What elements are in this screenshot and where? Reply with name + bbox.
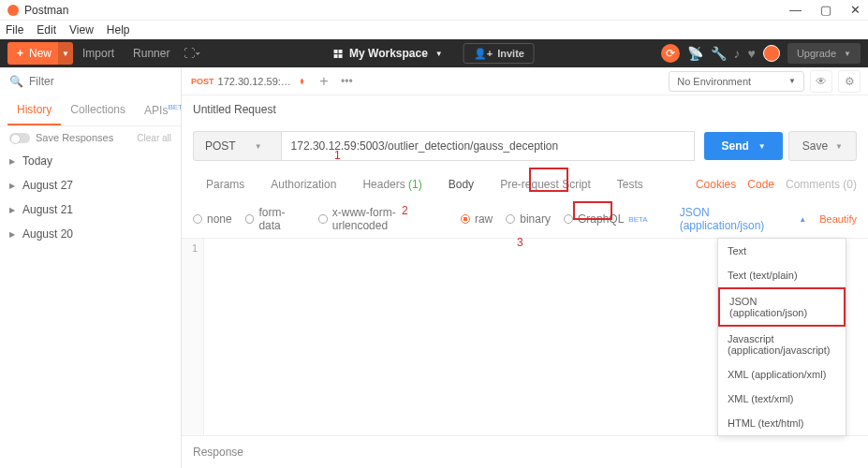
- raw-type-option-javascript[interactable]: Javascript (application/javascript): [718, 327, 846, 362]
- chevron-down-icon: ▼: [844, 50, 851, 58]
- new-dropdown[interactable]: ▼: [58, 42, 73, 65]
- raw-type-option-html[interactable]: HTML (text/html): [718, 411, 846, 435]
- window-minimize-icon[interactable]: —: [789, 3, 802, 17]
- radio-icon: [564, 214, 573, 224]
- menu-file[interactable]: File: [6, 23, 23, 37]
- history-item-aug21[interactable]: ▶August 21: [0, 197, 181, 222]
- comments-link[interactable]: Comments (0): [786, 178, 857, 191]
- runner-button[interactable]: Runner: [124, 42, 179, 65]
- toolbar-more-icon[interactable]: ⛶▾: [179, 42, 205, 65]
- raw-type-dropdown[interactable]: JSON (application/json)▲: [680, 206, 807, 232]
- environment-selector[interactable]: No Environment▼: [669, 71, 804, 92]
- sidebar-tab-collections[interactable]: Collections: [61, 95, 135, 125]
- sync-icon[interactable]: ⟳: [661, 44, 680, 63]
- workspace-grid-icon: [333, 50, 342, 58]
- chevron-down-icon: ▼: [835, 142, 843, 151]
- clear-all-link[interactable]: Clear all: [137, 133, 171, 143]
- window-maximize-icon[interactable]: ▢: [820, 3, 831, 17]
- chevron-down-icon: ▼: [788, 77, 796, 85]
- tab-more-icon[interactable]: •••: [335, 75, 359, 88]
- chevron-right-icon: ▶: [9, 157, 15, 166]
- wrench-icon[interactable]: 🔧: [711, 46, 727, 61]
- history-item-aug27[interactable]: ▶August 27: [0, 173, 181, 197]
- history-item-today[interactable]: ▶Today: [0, 149, 181, 173]
- raw-type-option-xmltext[interactable]: XML (text/xml): [718, 387, 846, 411]
- response-section-label: Response: [182, 435, 868, 468]
- chevron-right-icon: ▶: [9, 182, 15, 190]
- tab-label: 172.30.12.59:5003/outlier_det...: [218, 76, 296, 87]
- radio-icon: [318, 214, 328, 224]
- code-link[interactable]: Code: [747, 178, 774, 191]
- annotation-3: 3: [517, 236, 523, 249]
- body-type-urlencoded[interactable]: x-www-form-urlencoded: [318, 206, 448, 232]
- chevron-right-icon: ▶: [9, 206, 15, 214]
- chevron-down-icon: ▼: [435, 50, 443, 58]
- send-button[interactable]: Send▼: [704, 132, 782, 160]
- request-tab[interactable]: POST 172.30.12.59:5003/outlier_det...: [182, 67, 313, 95]
- body-type-formdata[interactable]: form-data: [245, 206, 305, 232]
- bell-icon[interactable]: ♪: [734, 46, 741, 61]
- save-button[interactable]: Save▼: [788, 131, 857, 161]
- radio-icon: [245, 214, 255, 224]
- add-tab-button[interactable]: +: [313, 73, 335, 90]
- cookies-link[interactable]: Cookies: [696, 178, 736, 191]
- radio-checked-icon: [461, 214, 470, 224]
- raw-type-menu: Text Text (text/plain) JSON (application…: [717, 238, 846, 436]
- radio-icon: [193, 214, 202, 224]
- upgrade-button[interactable]: Upgrade▼: [787, 43, 861, 64]
- tab-body[interactable]: Body: [435, 168, 487, 200]
- tab-params[interactable]: Params: [193, 168, 257, 200]
- unsaved-dot-icon: [301, 79, 303, 84]
- menu-edit[interactable]: Edit: [37, 23, 56, 37]
- workspace-selector[interactable]: My Workspace: [349, 47, 428, 60]
- body-type-binary[interactable]: binary: [506, 212, 551, 226]
- body-type-none[interactable]: none: [193, 212, 232, 226]
- save-responses-label: Save Responses: [36, 132, 113, 143]
- menu-help[interactable]: Help: [107, 23, 130, 37]
- request-title[interactable]: Untitled Request: [182, 95, 868, 124]
- tab-headers[interactable]: Headers (1): [349, 168, 434, 200]
- body-type-raw[interactable]: raw: [461, 212, 493, 226]
- import-button[interactable]: Import: [73, 42, 124, 65]
- menu-view[interactable]: View: [69, 23, 94, 37]
- chevron-down-icon: ▼: [255, 142, 262, 151]
- window-close-icon[interactable]: ✕: [850, 3, 861, 17]
- tab-authorization[interactable]: Authorization: [257, 168, 349, 200]
- filter-input[interactable]: [29, 75, 171, 88]
- satellite-icon[interactable]: 📡: [687, 46, 703, 61]
- beautify-link[interactable]: Beautify: [819, 213, 857, 225]
- app-title: Postman: [24, 4, 68, 17]
- raw-type-option-xmlapp[interactable]: XML (application/xml): [718, 362, 846, 387]
- save-responses-toggle[interactable]: [9, 133, 30, 143]
- invite-button[interactable]: 👤+Invite: [463, 43, 535, 64]
- raw-type-option-text[interactable]: Text: [718, 239, 846, 263]
- radio-icon: [506, 214, 515, 224]
- tab-tests[interactable]: Tests: [604, 168, 656, 200]
- avatar[interactable]: [763, 45, 780, 62]
- chevron-down-icon: ▼: [758, 142, 766, 151]
- plus-icon: +: [17, 47, 23, 60]
- annotation-2: 2: [402, 204, 408, 217]
- heart-icon[interactable]: ♥: [748, 46, 756, 61]
- chevron-up-icon: ▲: [799, 215, 806, 224]
- raw-type-option-json[interactable]: JSON (application/json): [718, 287, 846, 327]
- history-item-aug20[interactable]: ▶August 20: [0, 222, 181, 246]
- line-number: 1: [187, 242, 198, 254]
- env-quicklook-icon[interactable]: 👁: [810, 70, 832, 93]
- annotation-box-body: [529, 168, 568, 192]
- method-dropdown[interactable]: POST▼: [193, 131, 282, 161]
- url-input[interactable]: 172.30.12.59:5003/outlier_detection/gaus…: [282, 131, 696, 161]
- search-icon: 🔍: [9, 75, 23, 88]
- app-icon: [7, 5, 19, 16]
- sidebar-tab-history[interactable]: History: [7, 95, 61, 125]
- chevron-right-icon: ▶: [9, 230, 15, 239]
- annotation-box-raw: [573, 201, 612, 220]
- new-button[interactable]: +New: [7, 42, 61, 65]
- tab-method: POST: [191, 77, 214, 86]
- person-plus-icon: 👤+: [474, 48, 493, 60]
- annotation-1: 1: [334, 149, 341, 162]
- settings-icon[interactable]: ⚙: [838, 70, 861, 93]
- raw-type-option-textplain[interactable]: Text (text/plain): [718, 263, 846, 287]
